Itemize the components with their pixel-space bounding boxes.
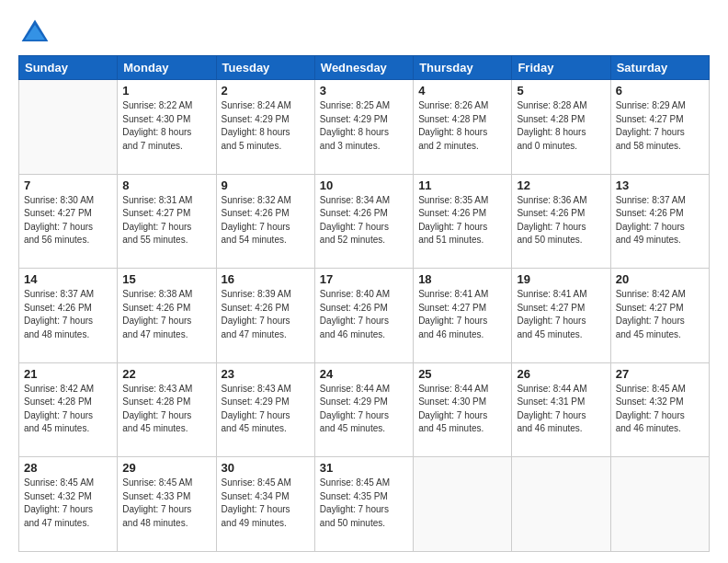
calendar-cell: 27Sunrise: 8:45 AMSunset: 4:32 PMDayligh… [610, 362, 709, 457]
calendar-table: SundayMondayTuesdayWednesdayThursdayFrid… [18, 55, 710, 552]
calendar-cell: 1Sunrise: 8:22 AMSunset: 4:30 PMDaylight… [118, 80, 216, 175]
cell-info: Sunrise: 8:24 AMSunset: 4:29 PMDaylight:… [222, 99, 310, 153]
cell-info: Sunrise: 8:43 AMSunset: 4:29 PMDaylight:… [222, 383, 310, 436]
day-number: 20 [616, 272, 704, 286]
day-number: 19 [517, 272, 605, 286]
calendar-cell: 2Sunrise: 8:24 AMSunset: 4:29 PMDaylight… [216, 80, 314, 175]
calendar-cell [414, 457, 512, 552]
calendar-cell [19, 80, 118, 175]
weekday-header-friday: Friday [512, 56, 610, 80]
calendar-cell: 15Sunrise: 8:38 AMSunset: 4:26 PMDayligh… [118, 269, 216, 363]
day-number: 27 [616, 367, 704, 381]
day-number: 16 [222, 272, 310, 286]
calendar-cell: 30Sunrise: 8:45 AMSunset: 4:34 PMDayligh… [216, 457, 314, 552]
cell-info: Sunrise: 8:25 AMSunset: 4:29 PMDaylight:… [320, 99, 408, 153]
day-number: 25 [418, 367, 506, 381]
calendar-cell: 18Sunrise: 8:41 AMSunset: 4:27 PMDayligh… [414, 269, 512, 363]
calendar-cell: 17Sunrise: 8:40 AMSunset: 4:26 PMDayligh… [314, 269, 413, 363]
cell-info: Sunrise: 8:38 AMSunset: 4:26 PMDaylight:… [122, 288, 210, 341]
calendar-cell: 26Sunrise: 8:44 AMSunset: 4:31 PMDayligh… [512, 362, 610, 457]
calendar-cell: 23Sunrise: 8:43 AMSunset: 4:29 PMDayligh… [216, 362, 314, 457]
day-number: 21 [24, 367, 112, 381]
calendar-week-1: 1Sunrise: 8:22 AMSunset: 4:30 PMDaylight… [19, 80, 710, 175]
day-number: 26 [517, 367, 605, 381]
calendar-week-2: 7Sunrise: 8:30 AMSunset: 4:27 PMDaylight… [19, 174, 710, 269]
day-number: 28 [24, 461, 112, 475]
calendar-cell: 6Sunrise: 8:29 AMSunset: 4:27 PMDaylight… [610, 80, 709, 175]
day-number: 2 [222, 84, 310, 98]
day-number: 7 [24, 178, 112, 192]
day-number: 11 [418, 178, 506, 192]
calendar-cell: 20Sunrise: 8:42 AMSunset: 4:27 PMDayligh… [610, 269, 709, 363]
cell-info: Sunrise: 8:26 AMSunset: 4:28 PMDaylight:… [418, 99, 506, 153]
weekday-header-thursday: Thursday [414, 56, 512, 80]
calendar-cell: 8Sunrise: 8:31 AMSunset: 4:27 PMDaylight… [118, 174, 216, 269]
day-number: 12 [517, 178, 605, 192]
weekday-header-sunday: Sunday [19, 56, 118, 80]
day-number: 18 [418, 272, 506, 286]
cell-info: Sunrise: 8:37 AMSunset: 4:26 PMDaylight:… [24, 288, 112, 341]
day-number: 23 [222, 367, 310, 381]
cell-info: Sunrise: 8:37 AMSunset: 4:26 PMDaylight:… [616, 194, 704, 247]
calendar-cell: 11Sunrise: 8:35 AMSunset: 4:26 PMDayligh… [414, 174, 512, 269]
cell-info: Sunrise: 8:44 AMSunset: 4:29 PMDaylight:… [320, 383, 408, 436]
day-number: 8 [122, 178, 210, 192]
weekday-header-monday: Monday [118, 56, 216, 80]
logo-icon [18, 17, 51, 50]
day-number: 3 [320, 84, 408, 98]
calendar-cell: 14Sunrise: 8:37 AMSunset: 4:26 PMDayligh… [19, 269, 118, 363]
calendar-week-3: 14Sunrise: 8:37 AMSunset: 4:26 PMDayligh… [19, 269, 710, 363]
cell-info: Sunrise: 8:32 AMSunset: 4:26 PMDaylight:… [222, 194, 310, 247]
header [18, 17, 710, 50]
cell-info: Sunrise: 8:45 AMSunset: 4:34 PMDaylight:… [222, 477, 310, 530]
calendar-cell: 9Sunrise: 8:32 AMSunset: 4:26 PMDaylight… [216, 174, 314, 269]
page: SundayMondayTuesdayWednesdayThursdayFrid… [0, 0, 728, 563]
cell-info: Sunrise: 8:28 AMSunset: 4:28 PMDaylight:… [517, 99, 605, 153]
cell-info: Sunrise: 8:30 AMSunset: 4:27 PMDaylight:… [24, 194, 112, 247]
cell-info: Sunrise: 8:44 AMSunset: 4:30 PMDaylight:… [418, 383, 506, 436]
day-number: 6 [616, 84, 704, 98]
cell-info: Sunrise: 8:45 AMSunset: 4:32 PMDaylight:… [616, 383, 704, 436]
cell-info: Sunrise: 8:45 AMSunset: 4:33 PMDaylight:… [122, 477, 210, 530]
weekday-header-tuesday: Tuesday [216, 56, 314, 80]
day-number: 22 [122, 367, 210, 381]
cell-info: Sunrise: 8:35 AMSunset: 4:26 PMDaylight:… [418, 194, 506, 247]
day-number: 10 [320, 178, 408, 192]
cell-info: Sunrise: 8:31 AMSunset: 4:27 PMDaylight:… [122, 194, 210, 247]
calendar-cell: 12Sunrise: 8:36 AMSunset: 4:26 PMDayligh… [512, 174, 610, 269]
day-number: 31 [320, 461, 408, 475]
calendar-cell: 16Sunrise: 8:39 AMSunset: 4:26 PMDayligh… [216, 269, 314, 363]
calendar-cell: 13Sunrise: 8:37 AMSunset: 4:26 PMDayligh… [610, 174, 709, 269]
cell-info: Sunrise: 8:44 AMSunset: 4:31 PMDaylight:… [517, 383, 605, 436]
cell-info: Sunrise: 8:39 AMSunset: 4:26 PMDaylight:… [222, 288, 310, 341]
calendar-cell: 28Sunrise: 8:45 AMSunset: 4:32 PMDayligh… [19, 457, 118, 552]
day-number: 15 [122, 272, 210, 286]
day-number: 9 [222, 178, 310, 192]
day-number: 29 [122, 461, 210, 475]
cell-info: Sunrise: 8:42 AMSunset: 4:27 PMDaylight:… [616, 288, 704, 341]
calendar-cell: 3Sunrise: 8:25 AMSunset: 4:29 PMDaylight… [314, 80, 413, 175]
calendar-cell: 25Sunrise: 8:44 AMSunset: 4:30 PMDayligh… [414, 362, 512, 457]
calendar-cell: 29Sunrise: 8:45 AMSunset: 4:33 PMDayligh… [118, 457, 216, 552]
day-number: 30 [222, 461, 310, 475]
day-number: 24 [320, 367, 408, 381]
calendar-cell: 5Sunrise: 8:28 AMSunset: 4:28 PMDaylight… [512, 80, 610, 175]
calendar-cell [610, 457, 709, 552]
cell-info: Sunrise: 8:40 AMSunset: 4:26 PMDaylight:… [320, 288, 408, 341]
calendar-cell: 7Sunrise: 8:30 AMSunset: 4:27 PMDaylight… [19, 174, 118, 269]
day-number: 4 [418, 84, 506, 98]
day-number: 17 [320, 272, 408, 286]
cell-info: Sunrise: 8:41 AMSunset: 4:27 PMDaylight:… [517, 288, 605, 341]
calendar-cell [512, 457, 610, 552]
calendar-cell: 21Sunrise: 8:42 AMSunset: 4:28 PMDayligh… [19, 362, 118, 457]
weekday-header-row: SundayMondayTuesdayWednesdayThursdayFrid… [19, 56, 710, 80]
calendar-week-4: 21Sunrise: 8:42 AMSunset: 4:28 PMDayligh… [19, 362, 710, 457]
cell-info: Sunrise: 8:45 AMSunset: 4:32 PMDaylight:… [24, 477, 112, 530]
calendar-cell: 10Sunrise: 8:34 AMSunset: 4:26 PMDayligh… [314, 174, 413, 269]
cell-info: Sunrise: 8:36 AMSunset: 4:26 PMDaylight:… [517, 194, 605, 247]
calendar-cell: 31Sunrise: 8:45 AMSunset: 4:35 PMDayligh… [314, 457, 413, 552]
cell-info: Sunrise: 8:22 AMSunset: 4:30 PMDaylight:… [122, 99, 210, 153]
day-number: 13 [616, 178, 704, 192]
day-number: 5 [517, 84, 605, 98]
cell-info: Sunrise: 8:45 AMSunset: 4:35 PMDaylight:… [320, 477, 408, 530]
